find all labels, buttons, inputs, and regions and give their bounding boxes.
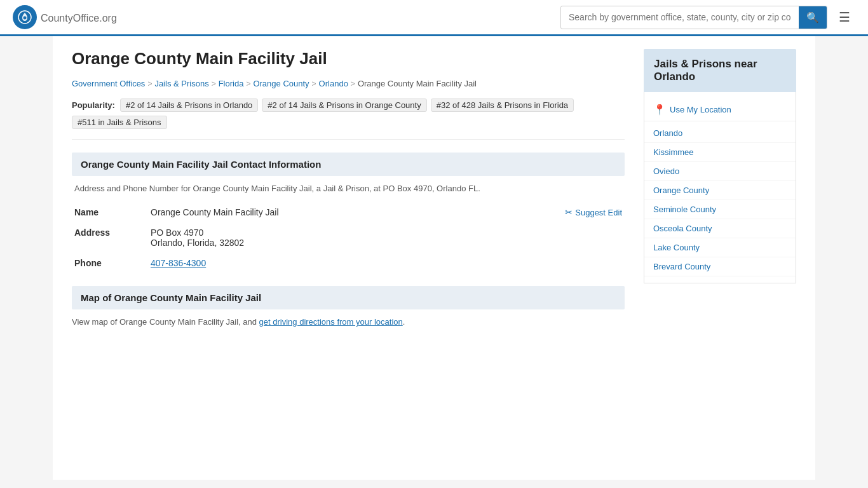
table-row-phone: Phone 407-836-4300 [72,253,625,273]
phone-label: Phone [72,253,148,273]
logo-text: CountyOffice.org [41,10,117,25]
menu-button[interactable]: ☰ [834,7,855,27]
name-value: Orange County Main Facility Jail ✂ Sugge… [148,202,625,222]
name-label: Name [72,202,148,222]
logo-icon [13,5,37,29]
logo-area: CountyOffice.org [13,5,117,29]
content-area: Orange County Main Facility Jail Governm… [72,49,625,467]
breadcrumb-sep-1: > [147,79,152,88]
breadcrumb-link-florida[interactable]: Florida [219,79,244,88]
main-container: Orange County Main Facility Jail Governm… [53,36,815,480]
contact-info-table: Name Orange County Main Facility Jail ✂ … [72,202,625,273]
map-section-header: Map of Orange County Main Facility Jail [72,286,625,309]
search-bar: 🔍 [560,6,827,29]
breadcrumb-link-jails[interactable]: Jails & Prisons [154,79,208,88]
svg-point-1 [24,17,27,20]
breadcrumb-sep-3: > [246,79,250,88]
popularity-label: Popularity: [72,100,115,110]
search-input[interactable] [561,7,799,27]
breadcrumb-sep-4: > [312,79,316,88]
address-value: PO Box 4970 Orlando, Florida, 32802 [148,222,625,253]
popularity-bar: Popularity: #2 of 14 Jails & Prisons in … [72,98,625,140]
contact-section-desc: Address and Phone Number for Orange Coun… [72,184,625,193]
sidebar: Jails & Prisons near Orlando 📍 Use My Lo… [644,49,796,467]
phone-value: 407-836-4300 [148,253,625,273]
contact-section-header: Orange County Main Facility Jail Contact… [72,152,625,176]
breadcrumb: Government Offices > Jails & Prisons > F… [72,79,625,88]
header-right: 🔍 ☰ [560,6,855,29]
sidebar-link-oviedo[interactable]: Oviedo [644,162,796,181]
sidebar-content: 📍 Use My Location Orlando Kissimmee Ovie… [644,92,796,283]
sidebar-link-orange-county[interactable]: Orange County [644,181,796,200]
contact-section: Orange County Main Facility Jail Contact… [72,152,625,273]
breadcrumb-link-orange-county[interactable]: Orange County [253,79,309,88]
location-pin-icon: 📍 [653,104,666,116]
breadcrumb-current: Orange County Main Facility Jail [358,79,477,88]
breadcrumb-sep-5: > [351,79,355,88]
header: CountyOffice.org 🔍 ☰ [0,0,868,36]
breadcrumb-sep-2: > [212,79,216,88]
popularity-item-3: #32 of 428 Jails & Prisons in Florida [431,98,574,112]
popularity-item-4: #511 in Jails & Prisons [72,116,167,129]
table-row-address: Address PO Box 4970 Orlando, Florida, 32… [72,222,625,253]
driving-directions-link[interactable]: get driving directions from your locatio… [259,317,403,327]
breadcrumb-link-orlando[interactable]: Orlando [319,79,348,88]
popularity-item-2: #2 of 14 Jails & Prisons in Orange Count… [262,98,426,112]
sidebar-use-location: 📍 Use My Location [644,98,796,121]
suggest-edit-button[interactable]: ✂ Suggest Edit [565,207,622,217]
use-my-location-link[interactable]: Use My Location [670,105,731,114]
breadcrumb-link-govt-offices[interactable]: Government Offices [72,79,145,88]
sidebar-link-lake-county[interactable]: Lake County [644,238,796,257]
table-row-name: Name Orange County Main Facility Jail ✂ … [72,202,625,222]
sidebar-link-osceola-county[interactable]: Osceola County [644,219,796,238]
sidebar-link-seminole-county[interactable]: Seminole County [644,200,796,219]
sidebar-link-orlando[interactable]: Orlando [644,124,796,143]
page-title: Orange County Main Facility Jail [72,49,625,69]
sidebar-link-kissimmee[interactable]: Kissimmee [644,143,796,162]
map-desc: View map of Orange County Main Facility … [72,317,625,327]
map-section: Map of Orange County Main Facility Jail … [72,286,625,327]
popularity-item-1: #2 of 14 Jails & Prisons in Orlando [120,98,258,112]
search-button[interactable]: 🔍 [799,6,827,29]
sidebar-link-brevard-county[interactable]: Brevard County [644,257,796,276]
suggest-edit-icon: ✂ [565,207,573,217]
sidebar-header: Jails & Prisons near Orlando [644,49,796,92]
phone-link[interactable]: 407-836-4300 [151,258,206,268]
address-label: Address [72,222,148,253]
